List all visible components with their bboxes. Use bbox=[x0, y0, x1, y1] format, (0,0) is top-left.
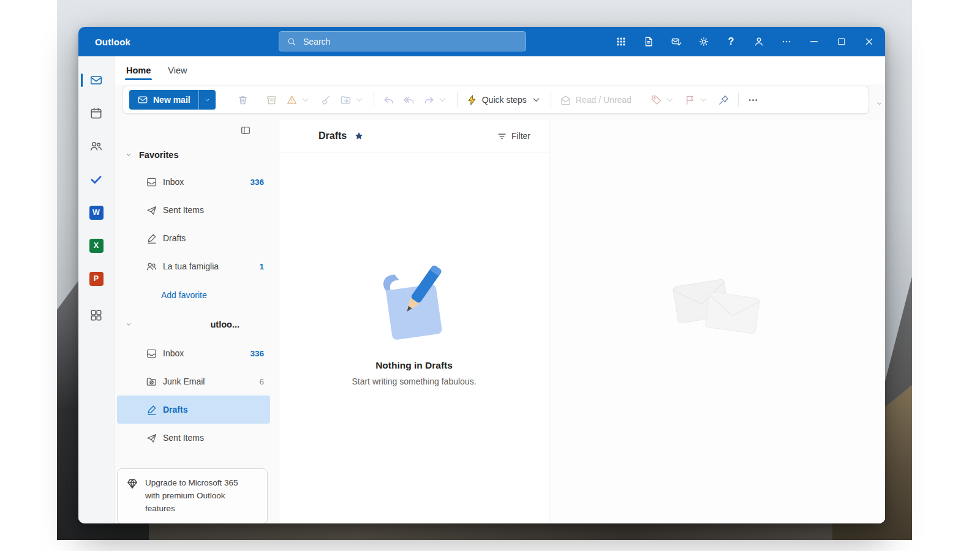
folder-row-inbox[interactable]: Inbox 336 bbox=[117, 339, 270, 367]
app-rail: W X P bbox=[78, 56, 115, 523]
warning-triangle-icon bbox=[286, 94, 298, 106]
more-dots-icon bbox=[781, 36, 792, 47]
rail-calendar-button[interactable] bbox=[78, 97, 115, 130]
reading-pane bbox=[549, 120, 885, 523]
tab-view[interactable]: View bbox=[168, 56, 187, 84]
favorite-star-icon[interactable] bbox=[354, 131, 364, 141]
folder-row-inbox-fav[interactable]: Inbox 336 bbox=[117, 168, 270, 196]
quick-steps-label: Quick steps bbox=[482, 95, 527, 105]
new-mail-main[interactable]: New mail bbox=[129, 90, 198, 110]
add-favorite-link[interactable]: Add favorite bbox=[115, 280, 279, 310]
folder-row-drafts-selected[interactable]: Drafts bbox=[117, 395, 270, 424]
delete-button[interactable] bbox=[233, 89, 253, 110]
toolbar-separator bbox=[457, 92, 458, 107]
rail-people-button[interactable] bbox=[78, 130, 115, 163]
envelopes-watermark-illustration bbox=[665, 260, 772, 351]
folder-row-sent-fav[interactable]: Sent Items bbox=[117, 196, 270, 224]
toolbar-separator bbox=[374, 92, 374, 107]
titlebar-more-button[interactable] bbox=[772, 27, 800, 56]
ribbon-toolbar: New mail bbox=[123, 86, 869, 114]
tab-home[interactable]: Home bbox=[126, 56, 151, 84]
read-unread-button[interactable]: Read / Unread bbox=[556, 89, 638, 110]
maximize-button[interactable] bbox=[827, 27, 855, 56]
reply-all-icon bbox=[403, 94, 415, 106]
titlebar: Outlook ? bbox=[78, 27, 885, 56]
favorites-title: Favorites bbox=[139, 150, 178, 160]
rail-todo-button[interactable] bbox=[78, 163, 115, 196]
empty-state-title: Nothing in Drafts bbox=[375, 360, 453, 371]
new-mail-button[interactable]: New mail bbox=[129, 90, 216, 110]
reply-button[interactable] bbox=[379, 89, 399, 110]
drafts-pencil-icon bbox=[146, 233, 157, 244]
more-dots-icon bbox=[747, 94, 759, 106]
filter-label: Filter bbox=[511, 131, 530, 141]
chevron-down-icon bbox=[530, 94, 542, 106]
apps-grid-icon bbox=[89, 309, 103, 322]
upgrade-banner[interactable]: Upgrade to Microsoft 365 with premium Ou… bbox=[117, 468, 268, 523]
rail-more-apps-button[interactable] bbox=[78, 299, 115, 332]
screenshot-stage: Outlook ? W bbox=[0, 0, 980, 551]
collapse-folder-pane-button[interactable] bbox=[236, 121, 255, 140]
reply-all-button[interactable] bbox=[399, 89, 419, 110]
folder-row-sent[interactable]: Sent Items bbox=[117, 424, 270, 452]
forward-button[interactable] bbox=[419, 89, 453, 110]
settings-button[interactable] bbox=[690, 27, 717, 56]
panel-collapse-icon bbox=[240, 125, 251, 136]
rail-mail-button[interactable] bbox=[78, 64, 115, 97]
minimize-button[interactable] bbox=[800, 27, 827, 56]
panes: Favorites Inbox 336 Sent Items bbox=[115, 120, 885, 523]
archive-icon bbox=[266, 94, 277, 106]
favorites-section-header[interactable]: Favorites bbox=[115, 142, 279, 168]
rail-word-button[interactable]: W bbox=[78, 196, 115, 229]
archive-button[interactable] bbox=[262, 89, 282, 110]
tag-icon bbox=[650, 94, 662, 106]
toolbar-separator bbox=[551, 92, 551, 107]
chevron-down-icon bbox=[353, 94, 365, 106]
app-title: Outlook bbox=[95, 27, 130, 56]
send-later-button[interactable] bbox=[662, 27, 690, 56]
gem-icon bbox=[126, 478, 138, 490]
folder-label: Inbox bbox=[163, 348, 184, 358]
folder-arrow-icon bbox=[340, 94, 352, 106]
ribbon-collapse-button[interactable] bbox=[876, 99, 883, 110]
toolbar-more-button[interactable] bbox=[743, 89, 763, 110]
help-button[interactable]: ? bbox=[717, 27, 745, 56]
folder-row-famiglia[interactable]: La tua famiglia 1 bbox=[117, 252, 270, 280]
quick-steps-button[interactable]: Quick steps bbox=[462, 89, 546, 110]
new-mail-dropdown[interactable] bbox=[198, 90, 216, 110]
main-content: Home View New mail bbox=[115, 56, 885, 523]
rail-excel-button[interactable]: X bbox=[78, 229, 115, 262]
new-mail-label: New mail bbox=[153, 95, 190, 105]
chevron-down-icon bbox=[876, 100, 883, 107]
chevron-down-icon bbox=[300, 94, 311, 106]
sent-plane-icon bbox=[146, 432, 157, 444]
report-button[interactable] bbox=[282, 89, 315, 110]
folder-label: La tua famiglia bbox=[163, 261, 219, 271]
chevron-down-icon bbox=[664, 94, 676, 106]
new-mail-icon bbox=[137, 94, 148, 105]
people-icon bbox=[89, 140, 103, 153]
sweep-button[interactable] bbox=[315, 89, 336, 110]
flag-icon bbox=[684, 94, 696, 106]
calendar-icon bbox=[89, 107, 103, 120]
search-input[interactable] bbox=[302, 36, 518, 47]
pin-button[interactable] bbox=[714, 89, 734, 110]
folder-row-drafts-fav[interactable]: Drafts bbox=[117, 224, 270, 252]
close-button[interactable] bbox=[855, 27, 883, 56]
search-box[interactable] bbox=[279, 31, 526, 51]
dialpad-grid-icon bbox=[616, 36, 627, 47]
notes-button[interactable] bbox=[635, 27, 662, 56]
move-to-button[interactable] bbox=[336, 89, 369, 110]
titlebar-actions: ? bbox=[607, 27, 883, 56]
my-day-grid-button[interactable] bbox=[607, 27, 635, 56]
upgrade-text: Upgrade to Microsoft 365 with premium Ou… bbox=[145, 477, 248, 515]
folder-label: Inbox bbox=[163, 177, 184, 187]
feedback-button[interactable] bbox=[745, 27, 772, 56]
categorize-button[interactable] bbox=[646, 89, 680, 110]
folder-row-junk[interactable]: Junk Email 6 bbox=[117, 367, 270, 395]
filter-button[interactable]: Filter bbox=[494, 127, 533, 145]
flag-button[interactable] bbox=[680, 89, 714, 110]
folder-pane: Favorites Inbox 336 Sent Items bbox=[115, 120, 279, 523]
rail-powerpoint-button[interactable]: P bbox=[78, 262, 115, 295]
account-section-header[interactable]: utloo... bbox=[115, 310, 279, 339]
